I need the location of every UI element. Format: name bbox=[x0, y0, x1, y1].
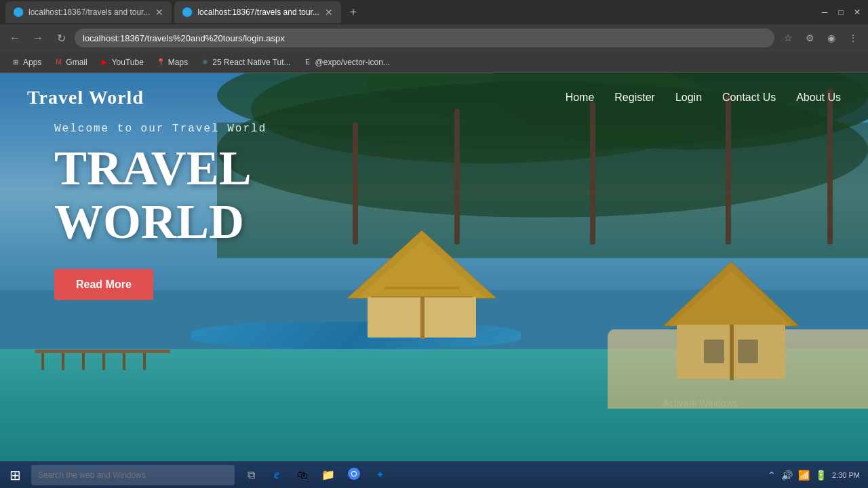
nav-link-login[interactable]: Login bbox=[675, 92, 702, 103]
bookmark-react[interactable]: ⚛ 25 React Native Tut... bbox=[195, 56, 296, 69]
nav-link-about[interactable]: About Us bbox=[796, 92, 841, 103]
settings-icon[interactable]: ⚙ bbox=[800, 28, 819, 47]
store-icon: 🛍 bbox=[297, 469, 308, 481]
center-hut bbox=[347, 224, 496, 342]
star-button[interactable]: ☆ bbox=[778, 28, 797, 47]
bookmark-youtube-label: YouTube bbox=[112, 58, 144, 67]
show-hidden-icons[interactable]: ⌃ bbox=[768, 470, 776, 481]
bookmark-youtube[interactable]: ▶ YouTube bbox=[94, 56, 149, 69]
close-window-button[interactable]: ✕ bbox=[852, 7, 863, 18]
bookmark-maps-label: Maps bbox=[168, 58, 188, 67]
tab-title-2: localhost:18367/travels and tour... bbox=[197, 7, 319, 17]
maximize-button[interactable]: □ bbox=[835, 7, 846, 18]
taskbar-tray: ⌃ 🔊 📶 🔋 2:30 PM bbox=[762, 470, 865, 481]
react-favicon: ⚛ bbox=[200, 58, 210, 67]
explorer-icon: 📁 bbox=[321, 468, 335, 481]
svg-rect-22 bbox=[730, 325, 734, 380]
nav-item-home[interactable]: Home bbox=[566, 92, 595, 104]
svg-rect-20 bbox=[704, 340, 724, 363]
vscode-button[interactable]: ✦ bbox=[368, 463, 392, 487]
start-button[interactable]: ⊞ bbox=[3, 463, 27, 487]
url-input[interactable] bbox=[75, 28, 774, 47]
svg-rect-21 bbox=[738, 340, 758, 363]
gmail-favicon: M bbox=[54, 58, 63, 67]
nav-item-register[interactable]: Register bbox=[614, 92, 655, 104]
task-view-icon: ⧉ bbox=[248, 469, 255, 481]
forward-button[interactable]: → bbox=[28, 28, 47, 47]
bookmark-apps-label: Apps bbox=[23, 58, 41, 67]
svg-rect-14 bbox=[420, 297, 425, 339]
back-button[interactable]: ← bbox=[5, 28, 24, 47]
apps-favicon: ⊞ bbox=[11, 58, 20, 67]
chrome-icon bbox=[348, 468, 360, 483]
maps-favicon: 📍 bbox=[156, 58, 165, 67]
hero-title-line2: WORLD bbox=[54, 195, 244, 249]
profile-icon[interactable]: ◉ bbox=[822, 28, 841, 47]
bookmark-apps[interactable]: ⊞ Apps bbox=[5, 56, 47, 69]
edge-icon: e bbox=[274, 468, 279, 482]
svg-point-32 bbox=[352, 472, 356, 476]
svg-rect-27 bbox=[102, 353, 105, 370]
store-button[interactable]: 🛍 bbox=[290, 463, 315, 487]
nav-item-login[interactable]: Login bbox=[675, 92, 702, 104]
svg-rect-23 bbox=[35, 350, 170, 353]
bookmark-gmail-label: Gmail bbox=[66, 58, 87, 67]
svg-rect-24 bbox=[41, 353, 44, 370]
nav-item-contact[interactable]: Contact Us bbox=[722, 92, 776, 104]
taskbar-search-input[interactable] bbox=[31, 465, 235, 485]
site-nav: Travel World Home Register Login Contact… bbox=[0, 73, 868, 122]
nav-link-home[interactable]: Home bbox=[566, 92, 595, 103]
tab-favicon-1: 🌐 bbox=[14, 7, 23, 17]
hero-section: Travel World Home Register Login Contact… bbox=[0, 73, 868, 468]
bookmark-expo[interactable]: E @expo/vector-icon... bbox=[298, 56, 395, 69]
tab-close-2[interactable]: ✕ bbox=[325, 7, 333, 18]
vscode-icon: ✦ bbox=[376, 468, 384, 481]
taskbar-apps: ⧉ e 🛍 📁 ✦ bbox=[239, 463, 392, 487]
right-hut bbox=[663, 258, 799, 396]
website-content: Travel World Home Register Login Contact… bbox=[0, 73, 868, 468]
title-bar: 🌐 localhost:18367/travels and tour... ✕ … bbox=[0, 0, 868, 24]
volume-icon[interactable]: 🔊 bbox=[781, 470, 793, 481]
task-view-button[interactable]: ⧉ bbox=[239, 463, 263, 487]
address-actions: ☆ ⚙ ◉ ⋮ bbox=[778, 28, 863, 47]
new-tab-button[interactable]: + bbox=[344, 3, 363, 22]
svg-marker-18 bbox=[670, 272, 792, 326]
hero-title-line1: TRAVEL bbox=[54, 141, 252, 195]
nav-link-register[interactable]: Register bbox=[614, 92, 655, 103]
windows-logo-icon: ⊞ bbox=[9, 467, 21, 483]
nav-item-about[interactable]: About Us bbox=[796, 92, 841, 104]
minimize-button[interactable]: ─ bbox=[819, 7, 830, 18]
address-bar: ← → ↻ ☆ ⚙ ◉ ⋮ bbox=[0, 24, 868, 52]
bookmark-maps[interactable]: 📍 Maps bbox=[151, 56, 193, 69]
tab-2[interactable]: 🌐 localhost:18367/travels and tour... ✕ bbox=[174, 1, 340, 23]
hero-title: TRAVEL WORLD bbox=[54, 142, 267, 249]
bookmark-expo-label: @expo/vector-icon... bbox=[315, 58, 390, 67]
hero-subtitle: Welcome to our Travel World bbox=[54, 123, 267, 135]
site-menu: Home Register Login Contact Us About Us bbox=[566, 92, 841, 104]
bookmark-gmail[interactable]: M Gmail bbox=[48, 56, 92, 69]
explorer-button[interactable]: 📁 bbox=[316, 463, 340, 487]
edge-button[interactable]: e bbox=[264, 463, 289, 487]
pier bbox=[35, 343, 191, 373]
tab-close-1[interactable]: ✕ bbox=[155, 7, 163, 18]
battery-icon[interactable]: 🔋 bbox=[815, 470, 827, 481]
taskbar: ⊞ ⧉ e 🛍 📁 ✦ ⌃ 🔊 bbox=[0, 461, 868, 488]
tab-favicon-2: 🌐 bbox=[182, 7, 192, 17]
svg-rect-29 bbox=[143, 353, 146, 370]
tab-title-1: localhost:18367/travels and tour... bbox=[28, 7, 150, 17]
bookmark-react-label: 25 React Native Tut... bbox=[212, 58, 290, 67]
window-controls: ─ □ ✕ bbox=[819, 7, 863, 18]
read-more-button[interactable]: Read More bbox=[54, 269, 153, 300]
taskbar-time: 2:30 PM bbox=[832, 471, 860, 479]
nav-link-contact[interactable]: Contact Us bbox=[722, 92, 776, 103]
youtube-favicon: ▶ bbox=[100, 58, 109, 67]
site-logo: Travel World bbox=[27, 87, 144, 108]
hero-content: Welcome to our Travel World TRAVEL WORLD… bbox=[54, 123, 267, 300]
menu-icon[interactable]: ⋮ bbox=[844, 28, 863, 47]
reload-button[interactable]: ↻ bbox=[52, 28, 71, 47]
expo-favicon: E bbox=[303, 58, 313, 67]
chrome-button[interactable] bbox=[342, 463, 366, 487]
svg-rect-25 bbox=[62, 353, 64, 370]
tab-1[interactable]: 🌐 localhost:18367/travels and tour... ✕ bbox=[5, 1, 172, 23]
network-icon[interactable]: 📶 bbox=[798, 470, 810, 481]
